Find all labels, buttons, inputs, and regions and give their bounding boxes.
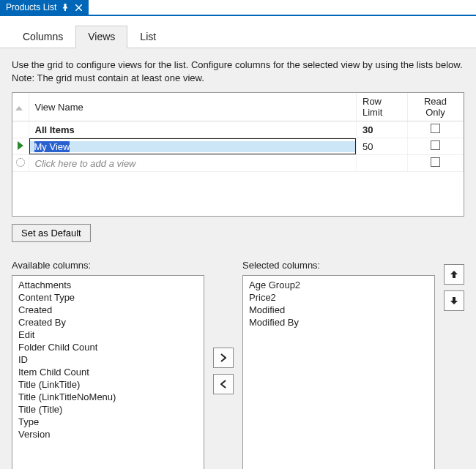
selected-label: Selected columns: (242, 260, 435, 271)
pin-icon[interactable] (61, 3, 70, 12)
checkbox[interactable] (431, 157, 440, 167)
list-item[interactable]: Attachments (12, 279, 204, 291)
grid-indicator-header (12, 93, 29, 121)
move-up-button[interactable] (444, 264, 464, 285)
grid-row[interactable]: All Items 30 (12, 121, 464, 138)
grid-add-row[interactable]: Click here to add a view (12, 155, 464, 172)
grid-header-rowlimit[interactable]: Row Limit (357, 93, 408, 121)
move-down-button[interactable] (444, 290, 464, 311)
move-buttons (213, 260, 234, 394)
list-item[interactable]: Created (12, 304, 204, 316)
list-item[interactable]: Age Group2 (243, 279, 434, 291)
arrow-down-icon (450, 297, 458, 304)
cell-rowlimit-empty[interactable] (357, 155, 408, 172)
columns-picker: Available columns: AttachmentsContent Ty… (12, 260, 464, 469)
list-item[interactable]: Modified (243, 304, 434, 316)
close-icon[interactable] (74, 3, 83, 12)
views-panel: Use the grid to configure views for the … (0, 48, 476, 469)
list-item[interactable]: Title (Title) (12, 403, 204, 416)
available-block: Available columns: AttachmentsContent Ty… (12, 260, 204, 469)
list-item[interactable]: Price2 (243, 291, 434, 304)
cell-rowlimit[interactable]: 30 (357, 121, 408, 138)
grid-empty-space (12, 172, 464, 216)
views-grid[interactable]: View Name Row Limit Read Only All Items … (12, 92, 464, 217)
list-item[interactable]: Type (12, 416, 204, 428)
cell-viewname[interactable]: All Items (29, 121, 357, 138)
intro-line2: Note: The grid must contain at least one… (12, 72, 204, 83)
window-tab[interactable]: Products List (0, 0, 89, 15)
tab-list[interactable]: List (127, 26, 168, 48)
tab-views[interactable]: Views (75, 26, 127, 48)
new-row-icon-cell (12, 155, 29, 172)
selected-block: Selected columns: Age Group2Price2Modifi… (242, 260, 435, 469)
cell-rowlimit[interactable]: 50 (357, 138, 408, 155)
list-item[interactable]: Modified By (243, 316, 434, 329)
grid-header-viewname[interactable]: View Name (29, 93, 357, 121)
list-item[interactable]: Folder Child Count (12, 341, 204, 353)
checkbox[interactable] (431, 124, 440, 133)
move-right-button[interactable] (213, 348, 234, 368)
list-item[interactable]: Item Child Count (12, 366, 204, 378)
window-title: Products List (6, 2, 56, 12)
tabstrip: Columns Views List (0, 16, 476, 48)
add-row-placeholder[interactable]: Click here to add a view (29, 155, 357, 172)
cell-readonly[interactable] (408, 138, 464, 155)
chevron-right-icon (220, 353, 226, 362)
available-label: Available columns: (12, 260, 204, 271)
available-columns-list[interactable]: AttachmentsContent TypeCreatedCreated By… (12, 275, 204, 469)
tab-columns[interactable]: Columns (10, 26, 75, 48)
intro-text: Use the grid to configure views for the … (12, 59, 464, 85)
selected-columns-list[interactable]: Age Group2Price2ModifiedModified By (242, 275, 435, 469)
move-left-button[interactable] (213, 374, 234, 394)
arrow-up-icon (450, 271, 458, 278)
cell-viewname-editing[interactable] (29, 138, 357, 155)
list-item[interactable]: Title (LinkTitleNoMenu) (12, 391, 204, 403)
set-default-button[interactable]: Set as Default (12, 224, 91, 242)
chevron-left-icon (220, 380, 226, 389)
cell-readonly[interactable] (408, 155, 464, 172)
list-item[interactable]: Version (12, 428, 204, 440)
grid-header-readonly[interactable]: Read Only (408, 93, 464, 121)
reorder-buttons (444, 260, 464, 311)
new-row-icon (16, 158, 25, 167)
grid-row[interactable]: 50 (12, 138, 464, 155)
list-item[interactable]: Content Type (12, 291, 204, 304)
sort-icon (15, 106, 23, 110)
viewname-input[interactable] (30, 141, 356, 152)
row-indicator-current (12, 138, 29, 155)
checkbox[interactable] (431, 140, 440, 150)
list-item[interactable]: Edit (12, 329, 204, 341)
current-row-icon (18, 141, 23, 150)
list-item[interactable]: ID (12, 353, 204, 366)
titlebar: Products List (0, 0, 476, 16)
row-indicator (12, 121, 29, 138)
cell-readonly[interactable] (408, 121, 464, 138)
intro-line1: Use the grid to configure views for the … (12, 59, 463, 70)
list-item[interactable]: Title (LinkTitle) (12, 378, 204, 391)
list-item[interactable]: Created By (12, 316, 204, 329)
